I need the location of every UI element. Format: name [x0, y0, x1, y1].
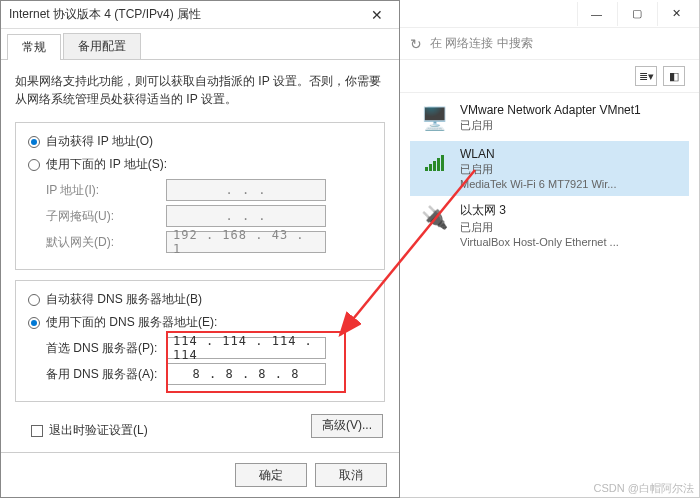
ip-address-input[interactable]: . . . — [166, 179, 326, 201]
adapter-status: 已启用 — [460, 118, 641, 133]
cancel-button[interactable]: 取消 — [315, 463, 387, 487]
adapter-list: 🖥️ VMware Network Adapter VMnet1 已启用 WLA… — [400, 93, 699, 258]
alternate-dns-input[interactable]: 8 . 8 . 8 . 8 — [166, 363, 326, 385]
default-gateway-label: 默认网关(D): — [46, 234, 166, 251]
default-gateway-input[interactable]: 192 . 168 . 43 . 1 — [166, 231, 326, 253]
radio-dns-manual[interactable]: 使用下面的 DNS 服务器地址(E): — [28, 314, 372, 331]
view-toolbar: ≣▾ ◧ — [400, 60, 699, 93]
advanced-button[interactable]: 高级(V)... — [311, 414, 383, 438]
title-bar: Internet 协议版本 4 (TCP/IPv4) 属性 ✕ — [1, 1, 399, 29]
validate-checkbox[interactable]: 退出时验证设置(L) — [31, 422, 148, 439]
view-details-icon[interactable]: ◧ — [663, 66, 685, 86]
radio-ip-manual[interactable]: 使用下面的 IP 地址(S): — [28, 156, 372, 173]
adapter-name: 以太网 3 — [460, 202, 619, 219]
adapter-item-wlan[interactable]: WLAN 已启用 MediaTek Wi-Fi 6 MT7921 Wir... — [410, 141, 689, 196]
adapter-status: 已启用 — [460, 220, 619, 235]
alternate-dns-label: 备用 DNS 服务器(A): — [46, 366, 166, 383]
preferred-dns-input[interactable]: 114 . 114 . 114 . 114 — [166, 337, 326, 359]
watermark: CSDN @白帽阿尔法 — [594, 481, 694, 496]
checkbox-icon — [31, 425, 43, 437]
subnet-mask-input[interactable]: . . . — [166, 205, 326, 227]
maximize-button[interactable]: ▢ — [617, 2, 655, 26]
subnet-mask-label: 子网掩码(U): — [46, 208, 166, 225]
adapter-item-vmware[interactable]: 🖥️ VMware Network Adapter VMnet1 已启用 — [410, 97, 689, 141]
radio-ip-auto[interactable]: 自动获得 IP 地址(O) — [28, 133, 372, 150]
intro-text: 如果网络支持此功能，则可以获取自动指派的 IP 设置。否则，你需要从网络系统管理… — [15, 72, 385, 108]
refresh-icon[interactable]: ↻ — [410, 36, 422, 52]
minimize-button[interactable]: — — [577, 2, 615, 26]
preferred-dns-label: 首选 DNS 服务器(P): — [46, 340, 166, 357]
radio-icon — [28, 317, 40, 329]
ip-address-label: IP 地址(I): — [46, 182, 166, 199]
adapter-icon: 🖥️ — [418, 103, 450, 135]
radio-icon — [28, 294, 40, 306]
adapter-item-ethernet3[interactable]: 🔌 以太网 3 已启用 VirtualBox Host-Only Etherne… — [410, 196, 689, 254]
dialog-title: Internet 协议版本 4 (TCP/IPv4) 属性 — [9, 6, 201, 23]
adapter-name: WLAN — [460, 147, 616, 161]
wifi-icon — [418, 147, 450, 179]
ok-button[interactable]: 确定 — [235, 463, 307, 487]
search-placeholder[interactable]: 在 网络连接 中搜索 — [430, 35, 533, 52]
adapter-status: 已启用 — [460, 162, 616, 177]
window-controls: — ▢ ✕ — [400, 0, 699, 28]
radio-icon — [28, 136, 40, 148]
view-list-icon[interactable]: ≣▾ — [635, 66, 657, 86]
adapter-name: VMware Network Adapter VMnet1 — [460, 103, 641, 117]
close-icon[interactable]: ✕ — [361, 3, 393, 27]
ethernet-icon: 🔌 — [418, 202, 450, 234]
ipv4-properties-dialog: Internet 协议版本 4 (TCP/IPv4) 属性 ✕ 常规 备用配置 … — [0, 0, 400, 498]
radio-dns-auto[interactable]: 自动获得 DNS 服务器地址(B) — [28, 291, 372, 308]
network-connections-window: — ▢ ✕ ↻ 在 网络连接 中搜索 ≣▾ ◧ 🖥️ VMware Networ… — [400, 0, 700, 498]
tab-general[interactable]: 常规 — [7, 34, 61, 60]
search-bar: ↻ 在 网络连接 中搜索 — [400, 28, 699, 60]
radio-icon — [28, 159, 40, 171]
dialog-footer: 确定 取消 — [1, 452, 399, 497]
tab-alternate[interactable]: 备用配置 — [63, 33, 141, 59]
tab-strip: 常规 备用配置 — [1, 29, 399, 60]
adapter-desc: VirtualBox Host-Only Ethernet ... — [460, 236, 619, 248]
ip-group: 自动获得 IP 地址(O) 使用下面的 IP 地址(S): IP 地址(I): … — [15, 122, 385, 270]
close-button[interactable]: ✕ — [657, 2, 695, 26]
adapter-desc: MediaTek Wi-Fi 6 MT7921 Wir... — [460, 178, 616, 190]
dns-group: 自动获得 DNS 服务器地址(B) 使用下面的 DNS 服务器地址(E): 首选… — [15, 280, 385, 402]
